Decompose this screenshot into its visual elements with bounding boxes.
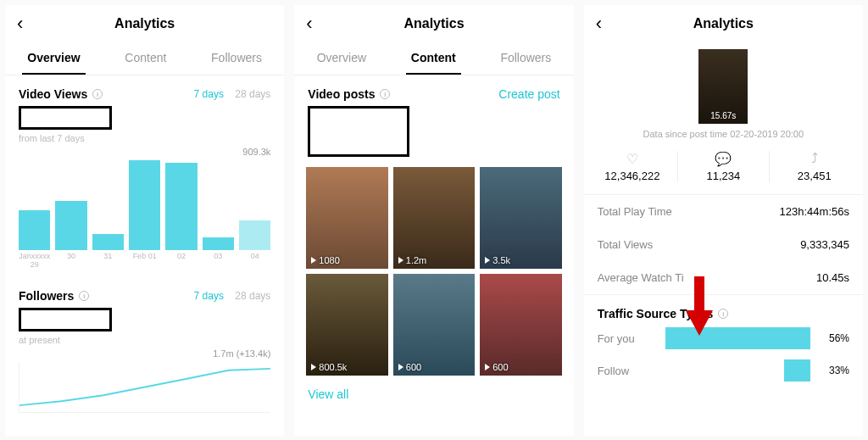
video-thumb[interactable]: 1.2m <box>393 167 475 269</box>
row-total-play-time: Total Play Time123h:44m:56s <box>584 195 863 228</box>
info-icon[interactable]: i <box>718 309 728 319</box>
data-since-label: Data since post time 02-20-2019 20:00 <box>584 129 863 139</box>
video-views-label: Video Views <box>19 87 87 101</box>
redacted-value <box>308 106 409 157</box>
info-icon[interactable]: i <box>92 89 103 99</box>
tabs: Overview Content Followers <box>5 42 284 75</box>
analytics-overview-screen: ‹ Analytics Overview Content Followers V… <box>5 5 284 436</box>
bar <box>55 201 86 250</box>
back-icon[interactable]: ‹ <box>17 14 23 33</box>
stat-comments: 💬11,234 <box>677 151 768 182</box>
followers-section: Followers i 7 days 28 days at present <box>5 277 284 348</box>
screen-title: Analytics <box>693 16 754 31</box>
traffic-row-follow: Follow 33% <box>584 354 863 387</box>
analytics-content-screen: ‹ Analytics Overview Content Followers V… <box>294 5 573 436</box>
bar <box>92 234 124 250</box>
row-avg-watch-time: Average Watch Ti10.45s <box>584 261 863 294</box>
back-icon[interactable]: ‹ <box>596 14 602 33</box>
analytics-detail-screen: ‹ Analytics 15.67s Data since post time … <box>584 5 863 436</box>
tab-followers[interactable]: Followers <box>206 42 267 75</box>
tab-overview[interactable]: Overview <box>312 42 371 75</box>
video-thumb[interactable]: 600 <box>393 274 475 376</box>
bar <box>239 220 270 250</box>
range-28days[interactable]: 28 days <box>235 290 270 302</box>
hero: 15.67s Data since post time 02-20-2019 2… <box>584 42 863 144</box>
tab-content[interactable]: Content <box>120 42 171 75</box>
followers-label: Followers <box>19 289 74 303</box>
range-28days[interactable]: 28 days <box>235 88 270 100</box>
hero-thumbnail[interactable]: 15.67s <box>698 49 748 124</box>
video-thumb[interactable]: 800.5k <box>306 274 387 376</box>
bar <box>203 237 234 250</box>
redacted-value <box>19 308 112 331</box>
video-views-chart <box>5 157 284 250</box>
info-icon[interactable]: i <box>79 291 89 301</box>
screen-title: Analytics <box>403 16 464 31</box>
bar <box>129 160 160 250</box>
range-7days[interactable]: 7 days <box>194 290 224 302</box>
traffic-source-label: Traffic Source Types <box>598 307 714 320</box>
back-icon[interactable]: ‹ <box>306 14 312 33</box>
play-icon <box>398 364 403 370</box>
row-total-views: Total Views9,333,345 <box>584 228 863 261</box>
range-7days[interactable]: 7 days <box>194 88 224 100</box>
video-views-section: Video Views i 7 days 28 days from last 7… <box>5 75 284 147</box>
info-icon[interactable]: i <box>380 89 390 99</box>
range-toggle: 7 days 28 days <box>186 88 271 100</box>
followers-chart <box>19 362 270 413</box>
share-icon: ⤴ <box>770 151 860 168</box>
header: ‹ Analytics <box>5 5 284 42</box>
bar <box>165 163 197 250</box>
screen-title: Analytics <box>114 16 175 31</box>
tab-content[interactable]: Content <box>406 42 461 75</box>
video-views-peak: 909.3k <box>5 147 284 157</box>
create-post-link[interactable]: Create post <box>498 87 559 101</box>
stats-row: ♡12,346,222 💬11,234 ⤴23,451 <box>584 144 863 194</box>
video-views-subtext: from last 7 days <box>19 133 270 143</box>
video-duration: 15.67s <box>710 111 736 124</box>
video-thumb[interactable]: 600 <box>480 274 561 376</box>
tab-overview[interactable]: Overview <box>22 42 85 75</box>
comment-icon: 💬 <box>678 151 768 168</box>
video-posts-label: Video posts <box>308 87 375 101</box>
x-axis: Janxxxxx 293031Feb 01020304 <box>5 250 284 277</box>
followers-peak: 1.7m (+13.4k) <box>5 348 284 359</box>
traffic-row-foryou: For you 56% <box>584 322 863 354</box>
play-icon <box>485 364 490 370</box>
play-icon <box>311 364 316 370</box>
play-icon <box>485 257 490 264</box>
video-thumb[interactable]: 1080 <box>306 167 387 269</box>
stat-likes: ♡12,346,222 <box>587 151 677 182</box>
bar <box>19 210 50 250</box>
tab-followers[interactable]: Followers <box>495 42 556 75</box>
play-icon <box>311 257 316 264</box>
video-thumb[interactable]: 3.5k <box>480 167 561 269</box>
heart-icon: ♡ <box>587 151 677 168</box>
followers-subtext: at present <box>19 335 270 345</box>
video-grid: 1080 1.2m 3.5k 800.5k 600 600 <box>294 160 573 379</box>
redacted-value <box>19 106 112 130</box>
play-icon <box>398 257 403 264</box>
stat-shares: ⤴23,451 <box>769 151 860 182</box>
view-all-link[interactable]: View all <box>294 379 573 409</box>
